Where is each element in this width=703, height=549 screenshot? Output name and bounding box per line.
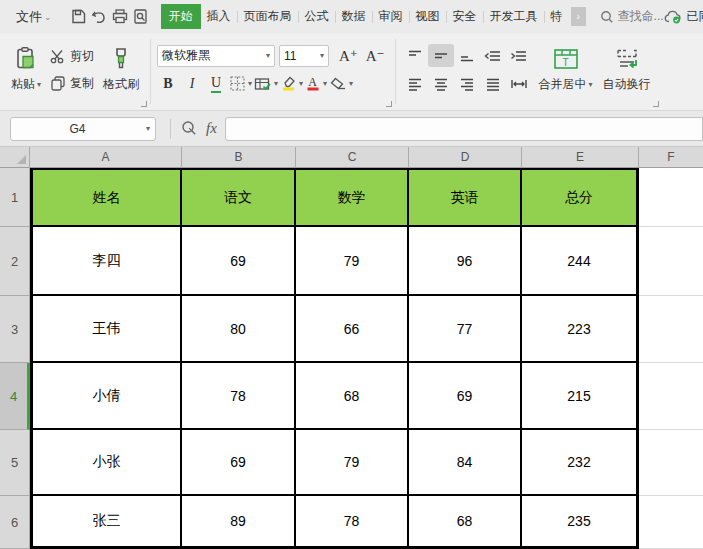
align-right-button[interactable] xyxy=(454,72,480,95)
column-header-e[interactable]: E xyxy=(522,147,639,168)
cut-button[interactable]: 剪切 xyxy=(50,48,94,65)
column-header-a[interactable]: A xyxy=(30,147,182,168)
print-button[interactable] xyxy=(111,6,129,28)
paste-button[interactable]: 粘贴▾ xyxy=(6,40,46,100)
cell-b5[interactable]: 69 xyxy=(182,430,296,496)
align-left-button[interactable] xyxy=(402,72,428,95)
tab-dev-tools[interactable]: 开发工具 xyxy=(484,4,544,29)
cell-f4[interactable] xyxy=(639,363,703,430)
bold-button[interactable]: B xyxy=(157,73,179,95)
undo-button[interactable] xyxy=(90,6,108,28)
cell-b2[interactable]: 69 xyxy=(182,227,296,296)
cell-a1[interactable]: 姓名 xyxy=(30,168,182,227)
insert-function-fx[interactable]: fx xyxy=(206,120,217,137)
file-menu[interactable]: 文件 xyxy=(16,8,42,26)
tab-insert[interactable]: 插入 xyxy=(201,4,237,29)
cell-f3[interactable] xyxy=(639,296,703,363)
cell-a5[interactable]: 小张 xyxy=(30,430,182,496)
cell-a3[interactable]: 王伟 xyxy=(30,296,182,363)
font-name-select[interactable]: 微软雅黑 ▾ xyxy=(157,45,275,67)
cell-c6[interactable]: 78 xyxy=(296,496,409,549)
column-header-c[interactable]: C xyxy=(296,147,409,168)
cell-f5[interactable] xyxy=(639,430,703,496)
column-header-d[interactable]: D xyxy=(409,147,522,168)
cell-b3[interactable]: 80 xyxy=(182,296,296,363)
copy-button[interactable]: 复制 xyxy=(50,75,94,92)
tab-security[interactable]: 安全 xyxy=(447,4,483,29)
distribute-button[interactable] xyxy=(506,72,532,95)
select-all-corner[interactable] xyxy=(0,147,30,168)
cell-c4[interactable]: 68 xyxy=(296,363,409,430)
cell-d6[interactable]: 68 xyxy=(409,496,522,549)
increase-indent-button[interactable] xyxy=(506,44,532,67)
align-top-button[interactable] xyxy=(402,44,428,67)
merge-center-button[interactable]: T 合并居中▾ xyxy=(534,40,598,100)
align-middle-button[interactable] xyxy=(428,44,454,67)
cell-c2[interactable]: 79 xyxy=(296,227,409,296)
cell-d4[interactable]: 69 xyxy=(409,363,522,430)
justify-button[interactable] xyxy=(480,72,506,95)
column-header-f[interactable]: F xyxy=(639,147,703,168)
cell-b1[interactable]: 语文 xyxy=(182,168,296,227)
wrap-text-button[interactable]: 自动换行 xyxy=(598,40,656,100)
print-preview-button[interactable] xyxy=(132,6,150,28)
row-header-1[interactable]: 1 xyxy=(0,168,30,227)
format-painter-button[interactable]: 格式刷 xyxy=(98,40,144,100)
cell-e5[interactable]: 232 xyxy=(522,430,639,496)
italic-button[interactable]: I xyxy=(181,73,203,95)
magnifier-icon[interactable] xyxy=(181,120,198,137)
underline-button[interactable]: U xyxy=(205,73,227,95)
row-header-3[interactable]: 3 xyxy=(0,296,30,363)
formula-input[interactable] xyxy=(225,117,703,141)
row-header-6[interactable]: 6 xyxy=(0,496,30,549)
cell-a4[interactable]: 小倩 xyxy=(30,363,182,430)
cell-b6[interactable]: 89 xyxy=(182,496,296,549)
cell-e1[interactable]: 总分 xyxy=(522,168,639,227)
borders-button[interactable]: ▾ xyxy=(229,73,252,95)
font-color-button[interactable]: A ▾ xyxy=(305,73,327,95)
cell-e2[interactable]: 244 xyxy=(522,227,639,296)
chevron-down-icon[interactable]: ⌄ xyxy=(44,12,52,22)
cell-b4[interactable]: 78 xyxy=(182,363,296,430)
cell-a6[interactable]: 张三 xyxy=(30,496,182,549)
cell-e4[interactable]: 215 xyxy=(522,363,639,430)
cell-d5[interactable]: 84 xyxy=(409,430,522,496)
alignment-dialog-launcher[interactable] xyxy=(653,101,659,107)
cell-style-button[interactable]: ▾ xyxy=(254,73,278,95)
tab-scroll-right-button[interactable]: › xyxy=(571,7,586,26)
cell-e3[interactable]: 223 xyxy=(522,296,639,363)
save-button[interactable] xyxy=(70,6,87,28)
column-header-b[interactable]: B xyxy=(182,147,296,168)
cell-c3[interactable]: 66 xyxy=(296,296,409,363)
cell-f2[interactable] xyxy=(639,227,703,296)
tab-home[interactable]: 开始 xyxy=(161,4,201,29)
cell-c1[interactable]: 数学 xyxy=(296,168,409,227)
tab-special-truncated[interactable]: 特 xyxy=(545,4,569,29)
increase-font-size-button[interactable]: A⁺ xyxy=(335,47,362,65)
row-header-4-active[interactable]: 4 xyxy=(0,363,30,430)
tab-data[interactable]: 数据 xyxy=(336,4,372,29)
decrease-font-size-button[interactable]: A⁻ xyxy=(362,47,389,65)
clipboard-dialog-launcher[interactable] xyxy=(141,101,147,107)
cell-e6[interactable]: 235 xyxy=(522,496,639,549)
font-size-select[interactable]: 11 ▾ xyxy=(279,45,329,67)
highlight-color-button[interactable]: ▾ xyxy=(280,73,303,95)
find-command-search[interactable]: 查找命... xyxy=(600,8,664,25)
cell-f1[interactable] xyxy=(639,168,703,227)
cell-a2[interactable]: 李四 xyxy=(30,227,182,296)
cell-f6[interactable] xyxy=(639,496,703,549)
font-dialog-launcher[interactable] xyxy=(386,101,392,107)
cell-d3[interactable]: 77 xyxy=(409,296,522,363)
tab-review[interactable]: 审阅 xyxy=(373,4,409,29)
cell-d2[interactable]: 96 xyxy=(409,227,522,296)
tab-page-layout[interactable]: 页面布局 xyxy=(238,4,298,29)
sync-status[interactable]: 已同步 xyxy=(664,8,703,25)
tab-formulas[interactable]: 公式 xyxy=(299,4,335,29)
tab-view[interactable]: 视图 xyxy=(410,4,446,29)
cell-c5[interactable]: 79 xyxy=(296,430,409,496)
align-bottom-button[interactable] xyxy=(454,44,480,67)
row-header-5[interactable]: 5 xyxy=(0,430,30,496)
decrease-indent-button[interactable] xyxy=(480,44,506,67)
align-center-button[interactable] xyxy=(428,72,454,95)
name-box[interactable]: G4 ▾ xyxy=(10,117,156,141)
